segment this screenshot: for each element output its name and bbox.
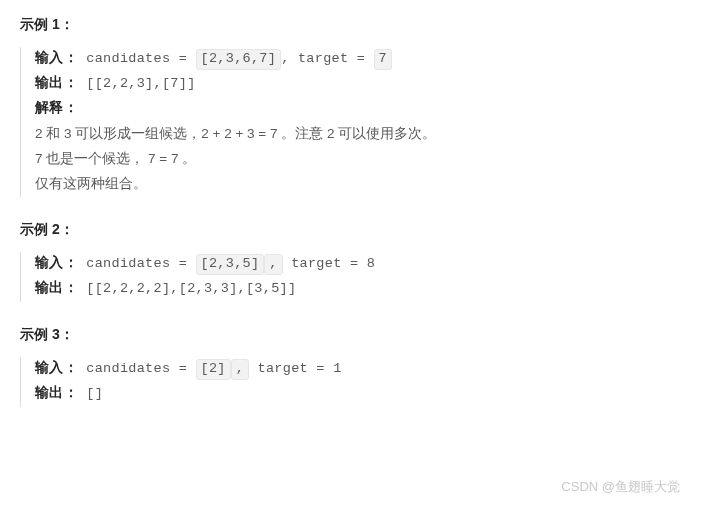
input-label: 输入： (35, 256, 78, 271)
input-candidates: [2] (196, 359, 231, 380)
example-heading: 示例 3： (20, 322, 700, 347)
example-heading: 示例 2： (20, 217, 700, 242)
input-target: 8 (367, 256, 375, 271)
output-value: [] (86, 386, 103, 401)
output-line: 输出： [[2,2,2,2],[2,3,3],[3,5]] (35, 277, 700, 302)
watermark: CSDN @鱼翅睡大觉 (561, 475, 680, 498)
input-prefix: candidates = (86, 51, 195, 66)
input-target: 7 (374, 49, 392, 70)
output-line: 输出： [[2,2,3],[7]] (35, 72, 700, 97)
output-line: 输出： [] (35, 382, 700, 407)
output-label: 输出： (35, 281, 78, 296)
input-target-prefix: target = (249, 361, 333, 376)
output-value: [[2,2,2,2],[2,3,3],[3,5]] (86, 281, 296, 296)
explain-line: 仅有这两种组合。 (35, 172, 700, 197)
input-line: 输入： candidates = [2,3,5], target = 8 (35, 252, 700, 277)
example-block: 输入： candidates = [2,3,5], target = 8 输出：… (20, 252, 700, 302)
input-candidates: [2,3,6,7] (196, 49, 282, 70)
example-heading: 示例 1： (20, 12, 700, 37)
input-label: 输入： (35, 51, 78, 66)
input-target-prefix: target = (290, 51, 374, 66)
input-target: 1 (333, 361, 341, 376)
example-block: 输入： candidates = [2,3,6,7], target = 7 输… (20, 47, 700, 197)
input-prefix: candidates = (86, 361, 195, 376)
input-line: 输入： candidates = [2,3,6,7], target = 7 (35, 47, 700, 72)
input-prefix: candidates = (86, 256, 195, 271)
example-block: 输入： candidates = [2], target = 1 输出： [] (20, 357, 700, 407)
output-label: 输出： (35, 386, 78, 401)
explain-line: 7 也是一个候选， 7 = 7 。 (35, 147, 700, 172)
document-container: 示例 1： 输入： candidates = [2,3,6,7], target… (20, 12, 700, 506)
output-value: [[2,2,3],[7]] (86, 76, 195, 91)
explain-label: 解释： (35, 101, 78, 116)
input-comma: , (281, 51, 289, 66)
input-target-prefix: target = (283, 256, 367, 271)
input-candidates: [2,3,5] (196, 254, 265, 275)
explain-label-line: 解释： (35, 97, 700, 122)
input-line: 输入： candidates = [2], target = 1 (35, 357, 700, 382)
input-comma: , (231, 359, 249, 380)
input-comma: , (264, 254, 282, 275)
output-label: 输出： (35, 76, 78, 91)
input-label: 输入： (35, 361, 78, 376)
explain-line: 2 和 3 可以形成一组候选，2 + 2 + 3 = 7 。注意 2 可以使用多… (35, 122, 700, 147)
